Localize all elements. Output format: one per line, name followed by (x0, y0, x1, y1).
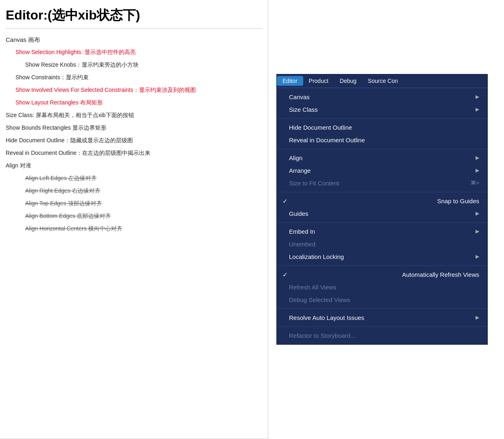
menu-item-auto-refresh[interactable]: ✓ Automatically Refresh Views (277, 268, 487, 281)
checkmark-icon: ✓ (282, 197, 288, 205)
arrow-icon: ▶ (476, 93, 479, 100)
menu-bar: Editor Product Debug Source Con (277, 74, 487, 88)
menu-item-size-class[interactable]: Size Class ▶ (277, 103, 487, 116)
menu-bar-debug[interactable]: Debug (334, 76, 362, 86)
menu-item-debug-selected: Debug Selected Views (277, 293, 487, 306)
menu-item-guides[interactable]: Guides ▶ (277, 207, 487, 220)
reveal-outline-item: Reveal in Document Outline：在左边的层级图中揭示出来 (6, 149, 262, 157)
menu-section-refactor: Refactor to Storyboard... (277, 326, 487, 344)
show-resize-knobs: Show Resize Knobs：显示约束旁边的小方块 (6, 61, 262, 69)
arrow-icon: ▶ (476, 106, 479, 113)
align-left-item: Align Left Edges 左边缘对齐 (6, 174, 262, 183)
align-label: Align 对准 (6, 161, 262, 170)
dropdown-menu[interactable]: Editor Product Debug Source Con Canvas ▶… (276, 74, 488, 345)
menu-bar-source-con[interactable]: Source Con (362, 76, 404, 86)
hide-outline-item: Hide Document Outline：隐藏或显示左边的层级图 (6, 136, 262, 145)
show-constraints: Show Constraints：显示约束 (6, 73, 262, 82)
align-right-item: Align Right Edges 右边缘对齐 (6, 187, 262, 195)
left-panel: Editor:(选中xib状态下) Canvas 画布 Show Selecti… (0, 0, 268, 439)
arrow-icon: ▶ (476, 228, 479, 235)
arrow-icon: ▶ (476, 210, 479, 217)
menu-section-resolve: Resolve Auto Layout Issues ▶ (277, 309, 487, 326)
menu-section-embed: Embed In ▶ Unembed Localization Locking … (277, 222, 487, 265)
page-title: Editor:(选中xib状态下) (6, 7, 262, 29)
menu-item-localization-locking[interactable]: Localization Locking ▶ (277, 250, 487, 263)
menu-item-canvas[interactable]: Canvas ▶ (277, 91, 487, 103)
shortcut-label: ⌘= (471, 179, 479, 187)
menu-bar-product[interactable]: Product (303, 76, 334, 86)
menu-item-hide-document-outline[interactable]: Hide Document Outline (277, 121, 487, 134)
align-horizontal-item: Align Horizontal Centers 横向中心对齐 (6, 224, 262, 233)
arrow-icon: ▶ (476, 253, 479, 260)
menu-item-resolve-auto-layout[interactable]: Resolve Auto Layout Issues ▶ (277, 311, 487, 324)
show-involved-views: Show Involved Views For Selected Constra… (6, 86, 262, 94)
menu-item-snap-to-guides[interactable]: ✓ Snap to Guides (277, 195, 487, 207)
arrow-icon: ▶ (476, 154, 479, 161)
align-top-item: Align Top Edges 顶部边缘对齐 (6, 199, 262, 208)
menu-item-embed-in[interactable]: Embed In ▶ (277, 225, 487, 238)
menu-item-arrange[interactable]: Arrange ▶ (277, 164, 487, 177)
menu-section-document: Hide Document Outline Reveal in Document… (277, 118, 487, 149)
show-layout-rectangles: Show Layout Rectangles 布局矩形 (6, 98, 262, 107)
menu-item-refresh-all: Refresh All Views (277, 281, 487, 293)
menu-item-reveal-document-outline[interactable]: Reveal in Document Outline (277, 134, 487, 146)
menu-section-canvas: Canvas ▶ Size Class ▶ (277, 88, 487, 118)
arrow-icon: ▶ (476, 167, 479, 174)
canvas-label: Canvas 画布 (6, 36, 262, 44)
menu-section-align: Align ▶ Arrange ▶ Size to Fit Content ⌘= (277, 149, 487, 192)
show-bounds-item: Show Bounds Rectangles 显示边界矩形 (6, 124, 262, 132)
checkmark-icon: ✓ (282, 270, 288, 279)
menu-section-refresh: ✓ Automatically Refresh Views Refresh Al… (277, 265, 487, 309)
menu-item-refactor-storyboard: Refactor to Storyboard... (277, 329, 487, 342)
align-bottom-item: Align Bottom Edges 底部边缘对齐 (6, 212, 262, 220)
menu-item-size-to-fit: Size to Fit Content ⌘= (277, 177, 487, 189)
show-selection-highlights: Show Selection Highlights: 显示选中控件的高亮 (6, 48, 262, 57)
size-class-item: Size Class: 屏幕布局相关，相当于点xib下面的按钮 (6, 111, 262, 120)
menu-item-align[interactable]: Align ▶ (277, 152, 487, 164)
menu-item-unembed: Unembed (277, 238, 487, 250)
arrow-icon: ▶ (476, 314, 479, 321)
menu-section-guides: ✓ Snap to Guides Guides ▶ (277, 192, 487, 222)
menu-bar-editor[interactable]: Editor (277, 76, 303, 86)
